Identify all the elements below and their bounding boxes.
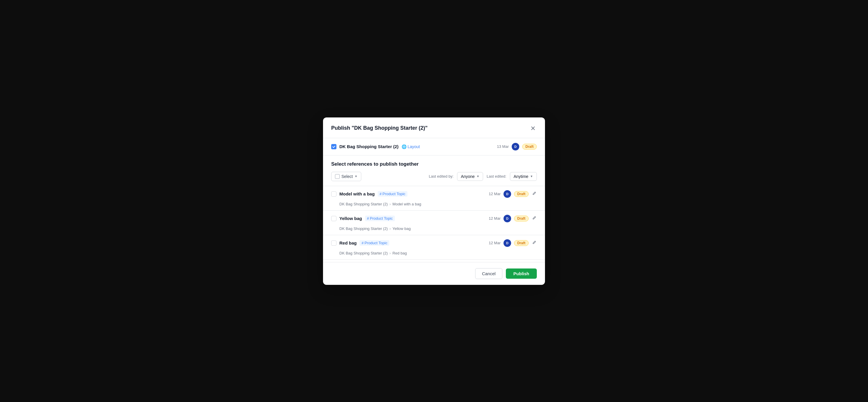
breadcrumb-parent-0: DK Bag Shopping Starter (2) — [339, 202, 388, 206]
ref-avatar-0: D — [503, 190, 511, 198]
ref-tag-2: # Product Topic — [360, 240, 389, 246]
select-checkbox — [335, 174, 340, 179]
cancel-button[interactable]: Cancel — [475, 268, 502, 279]
close-button[interactable] — [529, 124, 537, 132]
ref-date-0: 12 Mar — [489, 192, 501, 196]
ref-checkbox-1[interactable] — [331, 216, 337, 221]
layout-link[interactable]: 🌐 Layout — [402, 144, 420, 149]
ref-tag-0: # Product Topic — [378, 191, 407, 196]
breadcrumb-parent-2: DK Bag Shopping Starter (2) — [339, 251, 388, 255]
filter-edited-by-select[interactable]: Anyone ▼ — [457, 172, 483, 181]
ref-status-1: Draft — [514, 216, 529, 221]
ref-edit-button-1[interactable] — [531, 215, 537, 221]
ref-item-left-0: Model with a bag # Product Topic — [331, 191, 407, 196]
breadcrumb-parent-1: DK Bag Shopping Starter (2) — [339, 226, 388, 231]
ref-date-2: 12 Mar — [489, 241, 501, 245]
ref-item-main-0: Model with a bag # Product Topic 12 Mar … — [323, 186, 545, 201]
ref-date-1: 12 Mar — [489, 216, 501, 221]
section-header: Select references to publish together — [323, 155, 545, 172]
ref-edit-button-0[interactable] — [531, 191, 537, 197]
filter-edited-by-label: Last edited by: — [429, 174, 454, 179]
ref-item-right-2: 12 Mar D Draft — [489, 239, 537, 247]
edited-chevron-icon: ▼ — [530, 175, 533, 178]
main-item-name: DK Bag Shopping Starter (2) — [339, 144, 399, 149]
ref-item-right-0: 12 Mar D Draft — [489, 190, 537, 198]
main-item-date: 13 Mar — [497, 144, 509, 149]
ref-breadcrumb-2: DK Bag Shopping Starter (2) › Red bag — [323, 250, 545, 259]
main-item-avatar: D — [512, 143, 519, 151]
ref-item-left-2: Red bag # Product Topic — [331, 240, 389, 246]
section-title: Select references to publish together — [331, 161, 537, 167]
reference-item-1: Yellow bag # Product Topic 12 Mar D Draf… — [323, 211, 545, 235]
breadcrumb-arrow-2: › — [389, 251, 391, 255]
main-item-right: 13 Mar D Draft — [497, 143, 537, 151]
filter-edited-select[interactable]: Anytime ▼ — [510, 172, 537, 181]
modal-header: Publish "DK Bag Shopping Starter (2)" — [323, 118, 545, 138]
filter-edited-by-value: Anyone — [461, 174, 474, 179]
ref-checkbox-0[interactable] — [331, 191, 337, 196]
ref-edit-button-2[interactable] — [531, 240, 537, 246]
filter-edited-value: Anytime — [514, 174, 529, 179]
breadcrumb-child-2: Red bag — [393, 251, 407, 255]
ref-breadcrumb-0: DK Bag Shopping Starter (2) › Model with… — [323, 201, 545, 210]
ref-status-2: Draft — [514, 240, 529, 246]
main-item-left: DK Bag Shopping Starter (2) 🌐 Layout — [331, 144, 420, 149]
globe-emoji: 🌐 — [402, 144, 407, 149]
modal-overlay: Publish "DK Bag Shopping Starter (2)" DK… — [0, 0, 868, 402]
hash-icon-2: # — [362, 241, 364, 245]
breadcrumb-child-1: Yellow bag — [393, 226, 411, 231]
publish-button[interactable]: Publish — [506, 269, 537, 279]
reference-item-2: Red bag # Product Topic 12 Mar D Draft — [323, 235, 545, 260]
breadcrumb-arrow-1: › — [389, 226, 391, 231]
ref-item-main-2: Red bag # Product Topic 12 Mar D Draft — [323, 235, 545, 250]
hash-icon-0: # — [380, 192, 382, 196]
ref-name-2: Red bag — [339, 241, 356, 245]
publish-modal: Publish "DK Bag Shopping Starter (2)" DK… — [323, 118, 545, 285]
select-chevron-icon: ▼ — [354, 175, 358, 178]
ref-item-main-1: Yellow bag # Product Topic 12 Mar D Draf… — [323, 211, 545, 225]
breadcrumb-child-0: Model with a bag — [393, 202, 421, 206]
ref-checkbox-2[interactable] — [331, 241, 337, 246]
ref-avatar-1: D — [503, 215, 511, 222]
ref-breadcrumb-1: DK Bag Shopping Starter (2) › Yellow bag — [323, 225, 545, 235]
modal-footer: Cancel Publish — [323, 262, 545, 285]
ref-name-0: Model with a bag — [339, 191, 375, 196]
filter-right: Last edited by: Anyone ▼ Last edited: An… — [429, 172, 537, 181]
select-label: Select — [341, 174, 353, 179]
main-item-checkbox[interactable] — [331, 144, 337, 149]
main-item-status: Draft — [522, 144, 537, 150]
breadcrumb-arrow-0: › — [389, 202, 391, 206]
ref-status-0: Draft — [514, 191, 529, 197]
main-item-row: DK Bag Shopping Starter (2) 🌐 Layout 13 … — [323, 138, 545, 155]
ref-item-left-1: Yellow bag # Product Topic — [331, 216, 395, 221]
reference-item-0: Model with a bag # Product Topic 12 Mar … — [323, 186, 545, 211]
ref-avatar-2: D — [503, 239, 511, 247]
filter-edited-label: Last edited: — [487, 174, 506, 179]
select-dropdown-button[interactable]: Select ▼ — [331, 172, 361, 181]
edited-by-chevron-icon: ▼ — [476, 175, 479, 178]
modal-title: Publish "DK Bag Shopping Starter (2)" — [331, 125, 428, 131]
ref-tag-1: # Product Topic — [365, 216, 395, 221]
filter-bar: Select ▼ Last edited by: Anyone ▼ Last e… — [323, 172, 545, 186]
ref-name-1: Yellow bag — [339, 216, 362, 221]
hash-icon-1: # — [367, 216, 369, 221]
ref-item-right-1: 12 Mar D Draft — [489, 215, 537, 222]
references-list: Model with a bag # Product Topic 12 Mar … — [323, 186, 545, 260]
